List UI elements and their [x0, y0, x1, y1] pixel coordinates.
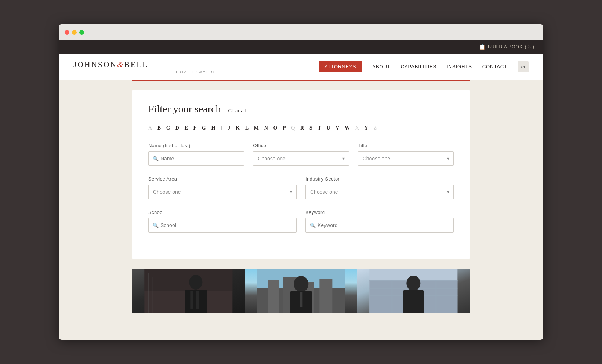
name-input[interactable]	[148, 151, 244, 166]
top-bar: 📋 BUILD A BOOK ( 3 )	[59, 40, 543, 54]
alpha-Q[interactable]: Q	[291, 125, 295, 131]
alphabet-row: A B C D E F G H I J K L M N O P Q R S T	[148, 125, 454, 131]
alpha-K[interactable]: K	[236, 125, 240, 131]
alpha-T[interactable]: T	[318, 125, 321, 131]
alpha-D[interactable]: D	[175, 125, 179, 131]
school-input[interactable]	[148, 218, 297, 233]
school-label: School	[148, 210, 297, 215]
browser-dots	[65, 30, 84, 35]
linkedin-button[interactable]: in	[518, 61, 529, 72]
maximize-button[interactable]	[79, 30, 84, 35]
alpha-Z[interactable]: Z	[373, 125, 377, 131]
alpha-N[interactable]: N	[264, 125, 268, 131]
school-search-icon: 🔍	[153, 223, 159, 228]
logo-ampersand: &	[117, 60, 124, 69]
nav-links: ATTORNEYS ABOUT CAPABILITIES INSIGHTS CO…	[319, 61, 529, 72]
svg-rect-7	[196, 291, 199, 309]
clear-all-link[interactable]: Clear all	[228, 108, 246, 113]
svg-rect-2	[148, 273, 149, 313]
office-group: Office Choose one ▾	[253, 143, 349, 166]
logo-text: JOHNSON&BELL	[73, 60, 319, 69]
industry-sector-label: Industry Sector	[305, 176, 454, 182]
title-select-wrapper: Choose one ▾	[358, 151, 454, 166]
svg-point-14	[294, 276, 308, 292]
alpha-Y[interactable]: Y	[365, 125, 369, 131]
service-area-group: Service Area Choose one ▾	[148, 176, 297, 199]
filter-panel: Filter your search Clear all A B C D E F…	[132, 90, 470, 259]
form-row-2: Service Area Choose one ▾ Industry Secto…	[148, 176, 454, 199]
alpha-O[interactable]: O	[273, 125, 278, 131]
svg-rect-26	[403, 290, 424, 313]
form-row-1: Name (first or last) 🔍 Office Choose one…	[148, 143, 454, 166]
name-label: Name (first or last)	[148, 143, 244, 148]
nav-bar: JOHNSON&BELL TRIAL LAWYERS ATTORNEYS ABO…	[59, 54, 543, 80]
title-select[interactable]: Choose one	[358, 151, 454, 166]
alpha-S[interactable]: S	[309, 125, 313, 131]
book-icon: 📋	[479, 44, 486, 50]
alpha-C[interactable]: C	[166, 125, 170, 131]
nav-insights[interactable]: INSIGHTS	[447, 64, 472, 69]
attorney-photo-1[interactable]	[132, 269, 245, 313]
logo-johnson: JOHNSON	[73, 60, 117, 69]
keyword-group: Keyword 🔍	[305, 210, 454, 233]
filter-title: Filter your search	[148, 103, 221, 115]
svg-rect-6	[190, 291, 193, 309]
logo: JOHNSON&BELL TRIAL LAWYERS	[73, 60, 319, 74]
svg-point-25	[407, 276, 421, 291]
attorney-photo-2[interactable]	[245, 269, 358, 313]
alpha-V[interactable]: V	[336, 125, 340, 131]
service-area-label: Service Area	[148, 176, 297, 182]
keyword-input[interactable]	[305, 218, 454, 233]
logo-bell: BELL	[124, 60, 148, 69]
alpha-X[interactable]: X	[355, 125, 359, 131]
school-input-wrapper: 🔍	[148, 218, 297, 233]
main-content: Filter your search Clear all A B C D E F…	[59, 81, 543, 328]
build-a-book-button[interactable]: 📋 BUILD A BOOK ( 3 )	[479, 44, 534, 50]
alpha-P[interactable]: P	[283, 125, 286, 131]
alpha-R[interactable]: R	[300, 125, 304, 131]
alpha-I[interactable]: I	[221, 125, 222, 131]
svg-rect-13	[319, 279, 332, 313]
alpha-A[interactable]: A	[148, 125, 152, 131]
nav-contact[interactable]: CONTACT	[482, 64, 507, 69]
alpha-E[interactable]: E	[184, 125, 188, 131]
keyword-search-icon: 🔍	[310, 223, 316, 228]
office-label: Office	[253, 143, 349, 148]
title-label: Title	[358, 143, 454, 148]
build-a-book-count: ( 3 )	[525, 44, 534, 50]
browser-chrome	[59, 24, 543, 40]
logo-subtitle: TRIAL LAWYERS	[73, 70, 319, 74]
nav-about[interactable]: ABOUT	[372, 64, 390, 69]
alpha-L[interactable]: L	[245, 125, 249, 131]
office-select[interactable]: Choose one	[253, 151, 349, 166]
school-group: School 🔍	[148, 210, 297, 233]
alpha-B[interactable]: B	[157, 125, 161, 131]
alpha-W[interactable]: W	[345, 125, 350, 131]
form-row-3: School 🔍 Keyword 🔍	[148, 210, 454, 233]
alpha-J[interactable]: J	[228, 125, 231, 131]
alpha-H[interactable]: H	[211, 125, 215, 131]
svg-rect-22	[392, 280, 393, 313]
industry-sector-select[interactable]: Choose one	[305, 185, 454, 199]
nav-attorneys[interactable]: ATTORNEYS	[319, 61, 362, 72]
keyword-label: Keyword	[305, 210, 454, 215]
alpha-G[interactable]: G	[202, 125, 206, 131]
filter-header: Filter your search Clear all	[148, 103, 454, 115]
service-area-select[interactable]: Choose one	[148, 185, 297, 199]
attorney-photo-3[interactable]	[357, 269, 470, 313]
alpha-M[interactable]: M	[254, 125, 259, 131]
photo-strip	[132, 269, 470, 313]
browser-window: 📋 BUILD A BOOK ( 3 ) JOHNSON&BELL TRIAL …	[59, 24, 543, 340]
office-select-wrapper: Choose one ▾	[253, 151, 349, 166]
alpha-U[interactable]: U	[326, 125, 330, 131]
industry-sector-select-wrapper: Choose one ▾	[305, 185, 454, 199]
industry-sector-group: Industry Sector Choose one ▾	[305, 176, 454, 199]
name-search-icon: 🔍	[153, 156, 159, 161]
keyword-input-wrapper: 🔍	[305, 218, 454, 233]
alpha-F[interactable]: F	[193, 125, 197, 131]
close-button[interactable]	[65, 30, 69, 35]
svg-point-4	[189, 275, 202, 290]
minimize-button[interactable]	[72, 30, 77, 35]
nav-capabilities[interactable]: CAPABILITIES	[401, 64, 436, 69]
title-group: Title Choose one ▾	[358, 143, 454, 166]
